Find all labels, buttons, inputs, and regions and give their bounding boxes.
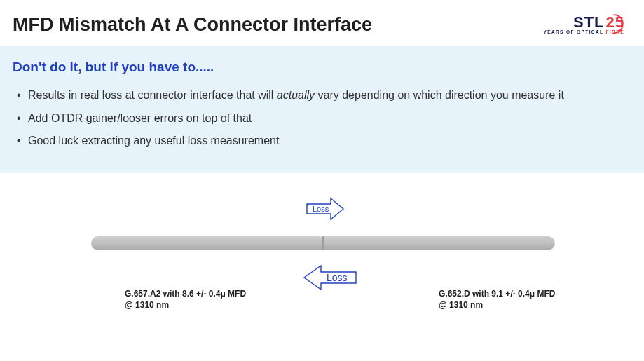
arrow-right-label: Loss xyxy=(313,205,329,213)
subtitle: Don't do it, but if you have to..... xyxy=(13,60,627,75)
logo-number: 25 xyxy=(606,15,624,30)
list-item: Good luck extracting any useful loss mea… xyxy=(17,133,627,149)
brand-logo: STL25 YEARS OF OPTICAL FIBRE xyxy=(543,15,624,35)
page-title: MFD Mismatch At A Connector Interface xyxy=(13,14,372,36)
arrow-left-label: Loss xyxy=(327,272,348,283)
content-panel: Don't do it, but if you have to..... Res… xyxy=(0,46,644,173)
fiber-diagram: Loss Loss G.657.A2 with 8.6 +/- 0.4μ MFD… xyxy=(0,197,644,330)
logo-text: STL xyxy=(573,15,605,30)
fiber-left xyxy=(91,236,326,250)
loss-arrow-left: Loss xyxy=(303,264,357,291)
right-fiber-spec: G.652.D with 9.1 +/- 0.4μ MFD @ 1310 nm xyxy=(439,288,593,311)
fiber-right xyxy=(322,236,555,250)
left-fiber-spec: G.657.A2 with 8.6 +/- 0.4μ MFD @ 1310 nm xyxy=(125,288,279,311)
slide-header: MFD Mismatch At A Connector Interface ST… xyxy=(0,0,644,46)
bullet-list: Results in real loss at connector interf… xyxy=(13,88,627,149)
list-item: Add OTDR gainer/looser errors on top of … xyxy=(17,111,627,126)
logo-main: STL25 xyxy=(573,15,624,30)
list-item: Results in real loss at connector interf… xyxy=(17,88,627,103)
loss-arrow-right: Loss xyxy=(306,197,345,221)
logo-tagline: YEARS OF OPTICAL FIBRE xyxy=(543,30,624,35)
fiber-interface xyxy=(322,236,324,250)
